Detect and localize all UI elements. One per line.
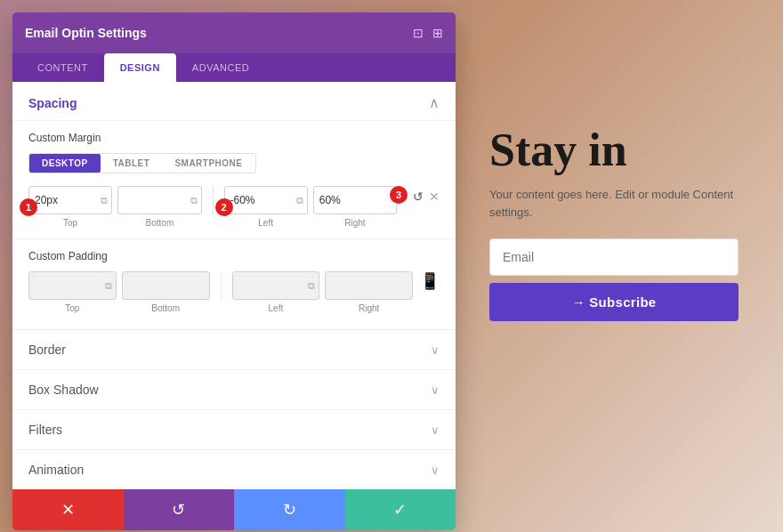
padding-bottom-group: Bottom — [122, 271, 210, 313]
margin-top-wrapper: ⧉ — [28, 186, 112, 214]
animation-label: Animation — [28, 463, 84, 477]
bottom-bar: ✕ ↺ ↻ ✓ — [12, 489, 456, 530]
cancel-button[interactable]: ✕ — [12, 489, 124, 530]
badge-1: 1 — [20, 198, 37, 216]
border-section[interactable]: Border ∨ — [12, 329, 456, 369]
padding-top-label: Top — [65, 303, 79, 313]
padding-bottom-wrapper — [122, 271, 210, 300]
device-tab-tablet[interactable]: TABLET — [101, 154, 163, 173]
save-button[interactable]: ✓ — [345, 489, 456, 530]
custom-padding-section: Custom Padding ⧉ Top Bottom — [12, 238, 456, 329]
badge-3: 3 — [390, 186, 408, 204]
filters-label: Filters — [28, 423, 62, 437]
device-tab-smartphone[interactable]: SMARTPHONE — [162, 154, 254, 173]
padding-right-group: Right — [325, 271, 413, 313]
padding-top-group: ⧉ Top — [28, 271, 117, 313]
expand-icon[interactable]: ⊡ — [413, 26, 424, 40]
box-shadow-chevron-icon: ∨ — [431, 383, 440, 397]
border-label: Border — [28, 343, 66, 357]
margin-bottom-link-icon[interactable]: ⧉ — [190, 195, 198, 206]
padding-top-input[interactable] — [33, 279, 103, 292]
reset-all-button[interactable]: ↺ — [124, 489, 235, 530]
save-icon: ✓ — [393, 500, 407, 520]
padding-right-label: Right — [359, 303, 379, 313]
padding-right-wrapper — [325, 271, 413, 300]
margin-bottom-group: ⧉ Bottom — [117, 186, 201, 228]
margin-left-input[interactable] — [229, 194, 295, 206]
spacing-chevron-icon[interactable]: ∧ — [429, 94, 440, 111]
tab-design[interactable]: Design — [104, 53, 176, 82]
panel-title: Email Optin Settings — [25, 26, 147, 40]
margin-top-input[interactable] — [33, 194, 99, 206]
redo-button[interactable]: ↻ — [234, 489, 345, 530]
margin-inputs-row: 1 ⧉ Top ⧉ Bottom — [28, 186, 440, 228]
padding-top-link-icon[interactable]: ⧉ — [105, 280, 112, 292]
header-icons: ⊡ ⊞ — [413, 26, 443, 40]
margin-left-wrapper: ⧉ — [224, 186, 308, 214]
margin-left-group: 2 ⧉ Left — [224, 186, 308, 228]
padding-left-input[interactable] — [237, 279, 307, 292]
padding-bottom-label: Bottom — [151, 303, 180, 313]
subscribe-button[interactable]: → Subscribe — [489, 283, 739, 321]
padding-left-link-icon[interactable]: ⧉ — [308, 280, 315, 292]
margin-left-label: Left — [258, 218, 273, 228]
filters-section[interactable]: Filters ∨ — [12, 409, 456, 449]
panel-body: Spacing ∧ Custom Margin DESKTOP TABLET S… — [12, 82, 456, 489]
right-content-area: Stay in Your content goes here. Edit or … — [489, 125, 756, 321]
redo-icon: ↻ — [283, 500, 296, 520]
box-shadow-label: Box Shadow — [28, 383, 99, 397]
columns-icon[interactable]: ⊞ — [432, 26, 443, 40]
badge-2: 2 — [215, 198, 233, 216]
panel-tabs: Content Design Advanced — [12, 53, 456, 82]
box-shadow-section[interactable]: Box Shadow ∨ — [12, 369, 456, 409]
padding-inputs-row: ⧉ Top Bottom ⧉ — [28, 271, 440, 313]
padding-left-group: ⧉ Left — [232, 271, 320, 313]
device-tabs: DESKTOP TABLET SMARTPHONE — [28, 153, 256, 173]
reset-all-icon: ↺ — [172, 500, 185, 520]
custom-padding-label: Custom Padding — [28, 250, 440, 262]
padding-left-wrapper: ⧉ — [232, 271, 320, 300]
spacing-title: Spacing — [28, 96, 77, 110]
margin-bottom-label: Bottom — [146, 218, 174, 228]
custom-margin-label: Custom Margin — [28, 132, 440, 144]
border-chevron-icon: ∨ — [431, 343, 440, 357]
margin-bottom-input[interactable] — [122, 194, 188, 206]
filters-chevron-icon: ∨ — [431, 423, 440, 437]
margin-reset-icon[interactable]: ↺ — [413, 189, 424, 204]
padding-top-wrapper: ⧉ — [28, 271, 117, 300]
tab-content[interactable]: Content — [21, 53, 104, 82]
device-tab-desktop[interactable]: DESKTOP — [29, 154, 101, 173]
margin-action-icons: 3 ↺ ✕ — [400, 186, 440, 204]
margin-top-group: 1 ⧉ Top — [28, 186, 112, 228]
stay-in-subtitle: Your content goes here. Edit or module C… — [489, 186, 756, 221]
padding-left-label: Left — [269, 303, 284, 313]
panel-header: Email Optin Settings ⊡ ⊞ — [12, 12, 456, 53]
margin-right-input[interactable] — [318, 194, 392, 206]
margin-left-link-icon[interactable]: ⧉ — [296, 195, 303, 206]
margin-right-group: Right — [313, 186, 397, 228]
padding-device-icon-wrapper: 📱 — [413, 271, 440, 291]
email-form: → Subscribe — [489, 238, 739, 321]
tab-advanced[interactable]: Advanced — [176, 53, 265, 82]
stay-in-title: Stay in — [489, 125, 756, 175]
animation-section[interactable]: Animation ∨ — [12, 449, 456, 489]
email-input[interactable] — [489, 238, 739, 276]
cancel-icon: ✕ — [61, 500, 75, 520]
margin-top-label: Top — [63, 218, 77, 228]
spacing-content: Custom Margin DESKTOP TABLET SMARTPHONE … — [12, 121, 456, 238]
margin-top-link-icon[interactable]: ⧉ — [101, 195, 108, 206]
padding-bottom-input[interactable] — [126, 279, 206, 292]
margin-bottom-wrapper: ⧉ — [117, 186, 201, 214]
animation-chevron-icon: ∨ — [431, 463, 440, 477]
settings-panel: Email Optin Settings ⊡ ⊞ Content Design … — [12, 12, 456, 530]
margin-right-label: Right — [344, 218, 365, 228]
spacing-section-header: Spacing ∧ — [12, 82, 456, 121]
padding-right-input[interactable] — [329, 279, 408, 292]
device-icon[interactable]: 📱 — [420, 272, 440, 290]
margin-right-wrapper — [313, 186, 397, 214]
margin-clear-icon[interactable]: ✕ — [429, 189, 440, 204]
